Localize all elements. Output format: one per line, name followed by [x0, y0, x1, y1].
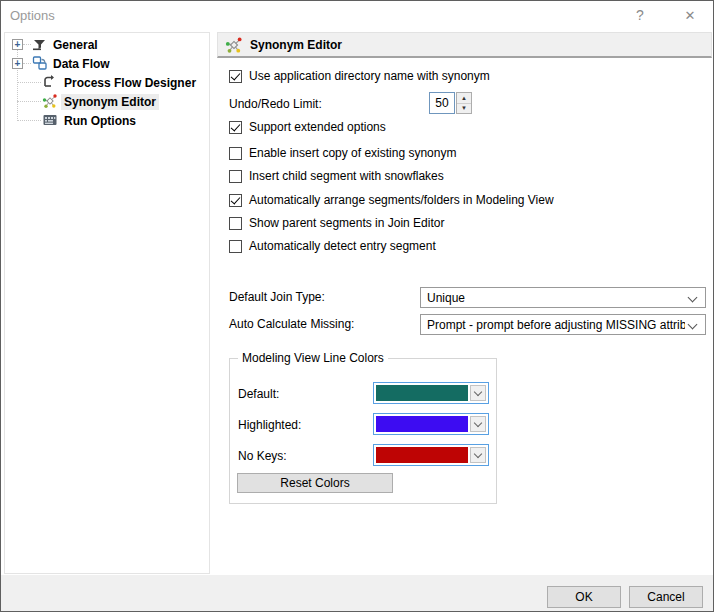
highlighted-color-swatch — [376, 416, 468, 432]
auto-calculate-missing-label: Auto Calculate Missing: — [229, 317, 354, 331]
expand-plus-icon[interactable]: + — [12, 58, 23, 69]
checkbox-label: Enable insert copy of existing synonym — [249, 146, 456, 160]
options-dialog: Options ? ✕ + General + — [0, 0, 714, 612]
checkbox-insert-child-segment[interactable]: Insert child segment with snowflakes — [229, 168, 444, 184]
undo-redo-limit-label: Undo/Redo Limit: — [229, 97, 322, 111]
close-icon: ✕ — [685, 8, 696, 23]
checkbox-box[interactable] — [229, 170, 242, 183]
default-color-swatch — [376, 385, 468, 401]
checkbox-box[interactable] — [229, 217, 242, 230]
tree-item-synonym-editor[interactable]: Synonym Editor — [5, 92, 209, 111]
checkbox-auto-arrange-segments[interactable]: Automatically arrange segments/folders i… — [229, 192, 554, 208]
default-color-dropdown[interactable] — [373, 382, 489, 404]
chevron-down-icon — [688, 293, 698, 303]
checkbox-enable-insert-copy[interactable]: Enable insert copy of existing synonym — [229, 145, 456, 161]
chevron-down-icon — [474, 388, 482, 396]
synonym-editor-icon — [42, 93, 58, 109]
highlighted-color-dropdown[interactable] — [373, 413, 489, 435]
default-color-label: Default: — [238, 387, 279, 401]
undo-redo-limit-spinner[interactable]: 50 ▲ ▼ — [429, 92, 472, 114]
reset-colors-button[interactable]: Reset Colors — [237, 473, 393, 493]
no-keys-color-label: No Keys: — [238, 449, 287, 463]
checkbox-box[interactable] — [229, 70, 242, 83]
tree-item-run-options[interactable]: Run Options — [5, 111, 209, 130]
tree-item-label[interactable]: Process Flow Designer — [61, 75, 199, 91]
help-icon: ? — [636, 7, 644, 23]
tree-item-label[interactable]: Synonym Editor — [61, 94, 159, 110]
general-icon — [32, 36, 48, 52]
checkbox-box[interactable] — [229, 194, 242, 207]
chevron-down-icon — [688, 320, 698, 330]
checkbox-use-app-directory[interactable]: Use application directory name with syno… — [229, 68, 490, 84]
checkbox-auto-detect-entry[interactable]: Automatically detect entry segment — [229, 238, 436, 254]
ok-button[interactable]: OK — [547, 586, 621, 608]
synonym-editor-header-icon — [225, 36, 243, 54]
tree-item-label[interactable]: Data Flow — [50, 56, 113, 72]
close-button[interactable]: ✕ — [673, 1, 707, 29]
tree-item-label[interactable]: General — [50, 37, 101, 53]
tree-item-data-flow[interactable]: + Data Flow — [5, 54, 209, 73]
chevron-down-icon — [474, 419, 482, 427]
no-keys-color-swatch — [376, 447, 468, 463]
checkbox-box[interactable] — [229, 240, 242, 253]
tree-item-general[interactable]: + General — [5, 35, 209, 54]
panel-title: Synonym Editor — [250, 38, 342, 52]
tree-item-label[interactable]: Run Options — [61, 113, 139, 129]
spinner-down-icon[interactable]: ▼ — [457, 104, 471, 114]
checkbox-support-extended[interactable]: Support extended options — [229, 119, 386, 135]
dropdown-value: Prompt - prompt before adjusting MISSING… — [427, 318, 685, 332]
group-title: Modeling View Line Colors — [238, 351, 388, 365]
checkbox-label: Show parent segments in Join Editor — [249, 216, 444, 230]
dropdown-value: Unique — [427, 291, 465, 305]
checkbox-box[interactable] — [229, 121, 242, 134]
dropdown-arrow-button[interactable] — [470, 447, 486, 463]
default-join-type-dropdown[interactable]: Unique — [420, 287, 706, 308]
no-keys-color-dropdown[interactable] — [373, 444, 489, 466]
process-flow-icon — [42, 74, 58, 90]
chevron-down-icon — [474, 450, 482, 458]
checkbox-label: Support extended options — [249, 120, 386, 134]
checkbox-label: Use application directory name with syno… — [249, 69, 490, 83]
spinner-value[interactable]: 50 — [429, 92, 455, 114]
checkbox-label: Insert child segment with snowflakes — [249, 169, 444, 183]
data-flow-icon — [32, 55, 48, 71]
options-tree: + General + Data Flow — [4, 32, 210, 574]
checkbox-label: Automatically arrange segments/folders i… — [249, 193, 554, 207]
dropdown-arrow-button[interactable] — [470, 416, 486, 432]
panel-header: Synonym Editor — [217, 32, 712, 58]
tree-item-process-flow-designer[interactable]: Process Flow Designer — [5, 73, 209, 92]
expand-plus-icon[interactable]: + — [12, 39, 23, 50]
title-bar[interactable]: Options ? ✕ — [1, 1, 713, 31]
spinner-up-icon[interactable]: ▲ — [457, 93, 471, 104]
checkbox-box[interactable] — [229, 147, 242, 160]
checkbox-show-parent-segments[interactable]: Show parent segments in Join Editor — [229, 215, 444, 231]
help-button[interactable]: ? — [623, 1, 657, 29]
cancel-button[interactable]: Cancel — [629, 586, 703, 608]
highlighted-color-label: Highlighted: — [238, 418, 301, 432]
run-options-icon — [42, 112, 58, 128]
window-title: Options — [10, 8, 55, 23]
checkbox-label: Automatically detect entry segment — [249, 239, 436, 253]
dropdown-arrow-button[interactable] — [470, 385, 486, 401]
default-join-type-label: Default Join Type: — [229, 290, 325, 304]
auto-calculate-missing-dropdown[interactable]: Prompt - prompt before adjusting MISSING… — [420, 314, 706, 335]
